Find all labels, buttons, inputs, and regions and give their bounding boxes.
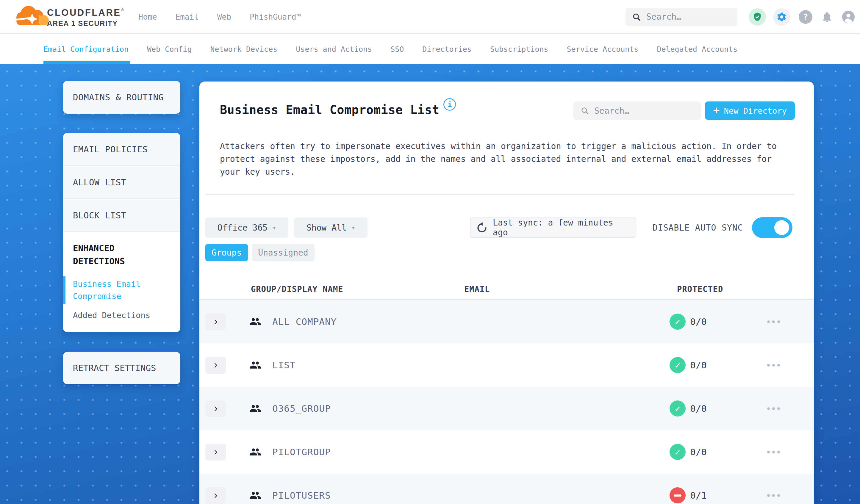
account-button[interactable] xyxy=(842,10,855,24)
column-header-email: EMAIL xyxy=(464,278,490,300)
expand-row-button[interactable] xyxy=(205,400,226,417)
chevron-down-icon: ▾ xyxy=(352,224,355,231)
protected-cell: ✓ 0/0 xyxy=(670,343,707,387)
column-header-group-name: GROUP/DISPLAY NAME xyxy=(251,278,343,300)
chevron-right-icon xyxy=(213,449,219,456)
table-row-pilotgroup[interactable]: PILOTGROUP ✓ 0/0 xyxy=(199,430,814,474)
last-sync-button[interactable]: Last sync: a few minutes ago xyxy=(470,217,636,238)
table-row-o365-group[interactable]: O365_GROUP ✓ 0/0 xyxy=(199,387,814,430)
page-description: Attackers often try to impersonate execu… xyxy=(220,140,789,178)
brand-line1: CLOUDFLARE® xyxy=(47,8,124,18)
group-icon xyxy=(249,489,261,503)
info-icon[interactable]: i xyxy=(443,98,456,111)
subnav-item-users-and-actions[interactable]: Users and Actions xyxy=(296,34,372,64)
row-actions-menu[interactable] xyxy=(767,343,780,387)
row-actions-menu[interactable] xyxy=(767,430,780,474)
group-tabs: GroupsUnassigned xyxy=(205,244,315,261)
protected-count: 0/0 xyxy=(690,403,707,414)
minus-icon xyxy=(674,494,682,496)
page-title-row: Business Email Compromise List i xyxy=(220,103,456,117)
sidebar-item-block-list[interactable]: BLOCK LIST xyxy=(63,199,180,232)
protected-cell: ✓ 0/0 xyxy=(670,300,707,343)
protection-status-button[interactable] xyxy=(749,8,766,26)
row-actions-menu[interactable] xyxy=(767,474,780,504)
settings-button[interactable] xyxy=(773,8,790,26)
search-icon xyxy=(580,106,589,115)
tab-unassigned[interactable]: Unassigned xyxy=(252,244,315,261)
subnav-item-directories[interactable]: Directories xyxy=(422,34,472,64)
new-directory-button[interactable]: + New Directory xyxy=(705,101,795,120)
brand-line2: AREA 1 SECURITY xyxy=(47,19,124,28)
protected-cell: ✓ 0/0 xyxy=(670,387,707,430)
new-directory-label: New Directory xyxy=(724,106,787,115)
section-nav: Email ConfigurationWeb ConfigNetwork Dev… xyxy=(0,34,860,64)
table-row-pilotusers[interactable]: PILOTUSERS 0/1 xyxy=(199,474,814,504)
filter-select[interactable]: Show All ▾ xyxy=(294,217,368,238)
brand-text: CLOUDFLARE® AREA 1 SECURITY xyxy=(47,8,124,28)
protected-check-icon: ✓ xyxy=(670,401,686,417)
sidebar-item-email-policies[interactable]: EMAIL POLICIES xyxy=(63,133,180,166)
user-icon xyxy=(842,10,855,24)
sidebar-section-enhanced-detections: ENHANCED DETECTIONS Business Email Compr… xyxy=(63,232,180,332)
last-sync-text: Last sync: a few minutes ago xyxy=(493,218,630,237)
topnav-item-home[interactable]: Home xyxy=(138,13,157,21)
group-icon xyxy=(249,403,261,416)
list-search-placeholder: Search… xyxy=(594,106,629,116)
protected-count: 0/0 xyxy=(690,447,707,457)
global-search-input[interactable]: Search… xyxy=(626,8,737,26)
sidebar-item-domains-routing[interactable]: DOMAINS & ROUTING xyxy=(63,81,180,114)
protected-check-icon: ✓ xyxy=(670,357,686,373)
directory-select[interactable]: Office 365 ▾ xyxy=(205,217,288,238)
sidebar-item-retract-settings[interactable]: RETRACT SETTINGS xyxy=(63,352,180,384)
check-icon: ✓ xyxy=(675,403,680,414)
group-icon xyxy=(249,446,261,459)
page-title: Business Email Compromise List xyxy=(220,103,439,117)
shield-check-icon xyxy=(752,12,762,22)
top-nav: HomeEmailWebPhishGuard™ xyxy=(138,0,301,34)
tab-groups[interactable]: Groups xyxy=(205,244,248,261)
protected-check-icon: ✓ xyxy=(670,444,686,460)
expand-row-button[interactable] xyxy=(205,444,226,461)
protected-blocked-icon xyxy=(670,487,686,503)
page: CLOUDFLARE® AREA 1 SECURITY HomeEmailWeb… xyxy=(0,0,860,504)
group-icon xyxy=(249,359,261,372)
row-actions-menu[interactable] xyxy=(767,387,780,430)
filter-select-value: Show All xyxy=(306,223,347,233)
help-button[interactable]: ? xyxy=(799,10,812,24)
auto-sync-toggle[interactable] xyxy=(752,217,792,238)
table-body: ALL COMPANY ✓ 0/0 LIST ✓ 0/0 xyxy=(199,300,814,504)
subnav-item-web-config[interactable]: Web Config xyxy=(147,34,192,64)
expand-row-button[interactable] xyxy=(205,487,226,504)
topnav-item-web[interactable]: Web xyxy=(217,13,231,21)
subnav-item-delegated-accounts[interactable]: Delegated Accounts xyxy=(657,34,737,64)
check-icon: ✓ xyxy=(675,447,680,457)
expand-row-button[interactable] xyxy=(205,313,226,330)
expand-row-button[interactable] xyxy=(205,357,226,374)
group-icon xyxy=(249,316,261,329)
subnav-item-email-configuration[interactable]: Email Configuration xyxy=(43,34,129,64)
sidebar-item-added-detections[interactable]: Added Detections xyxy=(73,311,171,320)
refresh-icon xyxy=(476,222,487,233)
table-row-all-company[interactable]: ALL COMPANY ✓ 0/0 xyxy=(199,300,814,343)
cloudflare-logo-icon xyxy=(13,1,51,32)
topnav-item-phishguard[interactable]: PhishGuard™ xyxy=(250,13,301,21)
protected-check-icon: ✓ xyxy=(670,314,686,330)
list-search-input[interactable]: Search… xyxy=(573,101,701,120)
sidebar-item-allow-list[interactable]: ALLOW LIST xyxy=(63,166,180,199)
subnav-item-network-devices[interactable]: Network Devices xyxy=(210,34,278,64)
notifications-button[interactable] xyxy=(821,11,833,23)
search-icon xyxy=(632,13,641,21)
subnav-item-subscriptions[interactable]: Subscriptions xyxy=(490,34,548,64)
sidebar-nav-card: EMAIL POLICIES ALLOW LIST BLOCK LIST ENH… xyxy=(63,133,180,332)
auto-sync-label: DISABLE AUTO SYNC xyxy=(653,217,743,238)
brand-registered-mark: ® xyxy=(121,8,124,12)
sidebar-item-enhanced-detections[interactable]: ENHANCED DETECTIONS xyxy=(73,242,162,268)
sidebar-item-business-email-compromise[interactable]: Business Email Compromise xyxy=(73,278,153,302)
table-row-list[interactable]: LIST ✓ 0/0 xyxy=(199,343,814,387)
subnav-item-sso[interactable]: SSO xyxy=(390,34,404,64)
subnav-item-service-accounts[interactable]: Service Accounts xyxy=(567,34,639,64)
protected-count: 0/0 xyxy=(690,360,707,371)
row-actions-menu[interactable] xyxy=(767,300,780,343)
check-icon: ✓ xyxy=(675,317,680,327)
topnav-item-email[interactable]: Email xyxy=(175,13,199,21)
